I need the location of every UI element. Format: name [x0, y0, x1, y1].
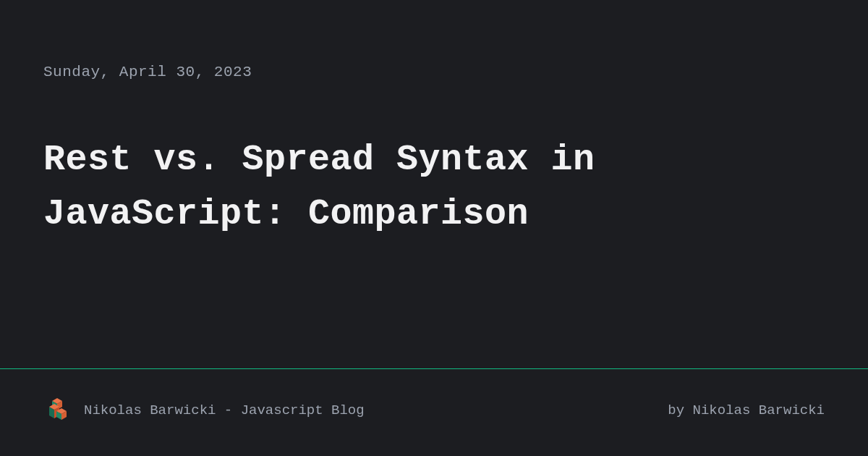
- main-content: Sunday, April 30, 2023 Rest vs. Spread S…: [0, 0, 868, 368]
- author-attribution: by Nikolas Barwicki: [668, 402, 825, 418]
- post-title: Rest vs. Spread Syntax in JavaScript: Co…: [43, 132, 825, 241]
- footer-left: Nikolas Barwicki - Javascript Blog: [43, 397, 365, 424]
- footer: Nikolas Barwicki - Javascript Blog by Ni…: [0, 368, 868, 456]
- post-date: Sunday, April 30, 2023: [43, 64, 825, 80]
- logo-icon: [43, 397, 71, 424]
- site-name: Nikolas Barwicki - Javascript Blog: [84, 402, 365, 418]
